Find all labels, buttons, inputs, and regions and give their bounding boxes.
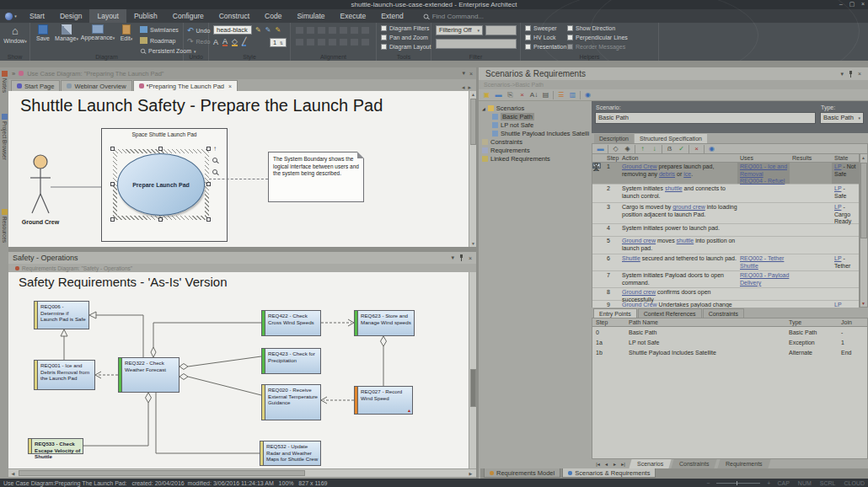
checkbox-diagram-layout[interactable]: Diagram Layout [381,44,431,50]
link-text[interactable]: Ground Crew [622,163,657,169]
doc-tab[interactable]: Start Page [11,80,60,91]
scroll-right-icon[interactable]: ▶ [468,471,474,476]
action-cell[interactable]: Shuttle secured and tethered to launch p… [619,254,737,270]
nav-last-icon[interactable]: ▸| [619,461,627,467]
uses-cell[interactable] [737,185,790,202]
ribbon-tab-construct[interactable]: Construct [212,9,257,23]
alignment-icon[interactable] [362,39,369,45]
font-button[interactable]: A [213,38,218,46]
column-header-path-name[interactable]: Path Name [626,318,786,326]
results-cell[interactable] [790,254,832,270]
tree-item-scenarios[interactable]: ◢Scenarios [482,104,524,112]
alignment-icon[interactable] [351,39,358,45]
quicklink-arrow-icon[interactable]: ↑ [213,145,217,153]
action-cell[interactable]: Ground Crew prepares launch pad, removin… [619,163,737,184]
tab-scroll-right-icon[interactable]: ▸ [468,84,471,91]
selection-handle[interactable] [110,147,115,151]
checkbox-show-direction[interactable]: Show Direction [567,25,615,31]
status-toggle-cloud[interactable]: CLOUD [844,480,865,486]
dock-tab-project-browser[interactable]: Project Browser [0,114,8,160]
action-cell[interactable]: Ground Crew Undertakes payload change ou… [619,301,737,308]
usecase-diagram-canvas[interactable]: Shuttle Launch Safety - Prepare the Laun… [8,91,469,247]
uses-link[interactable]: REQ002 - Tether Shuttle [740,255,790,270]
action-cell[interactable]: Ground crew moves shuttle into position … [619,237,737,254]
tree-item-constraints[interactable]: Constraints [482,138,522,146]
selection-handle[interactable] [110,182,115,186]
caption-close-icon[interactable]: × [469,71,473,77]
checkbox-presentation[interactable]: Presentation [525,44,566,50]
panel-dropdown-icon[interactable]: ▾ [840,71,844,78]
pin-icon[interactable] [458,254,464,261]
usecase-canvas-vscrollbar[interactable]: ▲ ▼ [469,91,476,247]
alignment-icon[interactable] [329,27,336,34]
results-cell[interactable] [790,163,832,184]
toolbar-copy-icon[interactable]: ⎘ [506,90,515,99]
manage-button[interactable]: Manage▾ [54,24,79,41]
panel-tab-requirements-model[interactable]: Requirements Model [484,468,560,478]
action-cell[interactable]: Cargo is moved by ground crew into loadi… [619,203,737,223]
requirement-element[interactable]: REQ532 - Update Radar and Weather Maps f… [260,441,321,466]
pin-icon[interactable] [848,71,854,78]
zoom-slider[interactable] [716,483,760,484]
style-font-select[interactable]: head-black▾ [213,25,252,35]
results-cell[interactable] [790,224,832,236]
state-cell[interactable] [832,224,859,236]
alignment-icon[interactable] [307,27,314,34]
toolbar-check-menu-icon[interactable]: ✓ [677,144,686,153]
checkbox-pan-and-zoom[interactable]: Pan and Zoom [381,35,428,40]
link-text[interactable]: Ground crew [622,238,656,244]
requirement-element[interactable]: REQ001 - Ice and Debris Removal from the… [34,360,95,390]
state-cell[interactable]: LP - Tether [832,254,859,270]
pen-icon[interactable]: ✎ [265,26,271,34]
spec-row[interactable]: 3Cargo is moved by ground crew into load… [592,203,859,224]
uses-cell[interactable] [737,288,790,300]
results-cell[interactable] [790,237,832,254]
zoom-slider-thumb[interactable] [737,481,737,485]
find-command[interactable]: Find Command... [423,9,484,23]
scrollbar-thumb[interactable] [860,163,867,238]
nav-next-icon[interactable]: ▸ [611,461,619,467]
action-cell[interactable]: System initiates Payload doors to open c… [619,271,737,287]
ribbon-tab-design[interactable]: Design [52,9,89,23]
chevrons-icon[interactable]: » [12,70,15,78]
state-cell[interactable] [832,237,859,254]
link-text[interactable]: shuttle [665,185,683,191]
tab-scroll-left-icon[interactable]: ◂ [462,84,465,91]
action-cell[interactable]: Ground crew confirms doors open successf… [619,288,737,300]
spec-table-scrollbar[interactable]: ▲ ▼ [860,153,868,308]
alignment-icon[interactable] [296,39,303,45]
link-text[interactable]: Shuttle [622,255,640,261]
toolbar-help-icon[interactable]: ◉ [707,144,716,153]
link-text[interactable]: Ground crew [622,289,656,295]
ribbon-tab-start[interactable]: Start [22,9,52,23]
tab-description[interactable]: Description [594,134,634,143]
toolbar-delete-icon[interactable]: × [692,144,701,153]
alignment-icon[interactable] [340,27,347,34]
scrollbar-thumb[interactable] [470,99,476,145]
link-text[interactable]: debris [659,171,675,177]
swimlanes-button[interactable]: Swimlanes [140,26,179,33]
app-menu-button[interactable]: ▾ [0,9,22,23]
selection-handle[interactable] [158,147,163,151]
toolbar-arrow-up-icon[interactable]: ↑ [638,144,647,153]
zoom-handle-icon[interactable] [212,169,217,176]
requirement-element[interactable]: REQ623 - Store and Manage Wind speeds [354,310,415,336]
ribbon-tab-extend[interactable]: Extend [373,9,410,23]
spec-row[interactable]: 5Ground crew moves shuttle into position… [592,237,859,254]
requirement-element[interactable]: REQ027 - Record Wind Speed▴ [354,386,413,415]
requirement-element[interactable]: REQ322 - Check Weather Forecast [118,357,179,393]
uses-cell[interactable] [737,237,790,254]
uses-cell[interactable]: REQ003 - Payload Delivery [737,271,790,287]
entry-row[interactable]: 1aLP not SafeException1 [592,337,867,347]
scenario-type-select[interactable]: Basic Path ▾ [820,112,864,124]
state-cell[interactable]: LP [832,301,859,308]
tab-entry-points[interactable]: Entry Points [593,308,637,318]
ribbon-tab-simulate[interactable]: Simulate [289,9,332,23]
toolbar-tree-icon[interactable]: ☰ [556,90,565,99]
state-cell[interactable]: LP - Not Safe [832,163,859,184]
undo-button[interactable]: ↶ Undo [187,26,210,35]
dock-tab-notes[interactable]: Notes [0,71,8,93]
ribbon-tab-configure[interactable]: Configure [165,9,212,23]
link-text[interactable]: ice [683,171,691,177]
spec-row[interactable]: 8Ground crew confirms doors open success… [592,288,859,301]
